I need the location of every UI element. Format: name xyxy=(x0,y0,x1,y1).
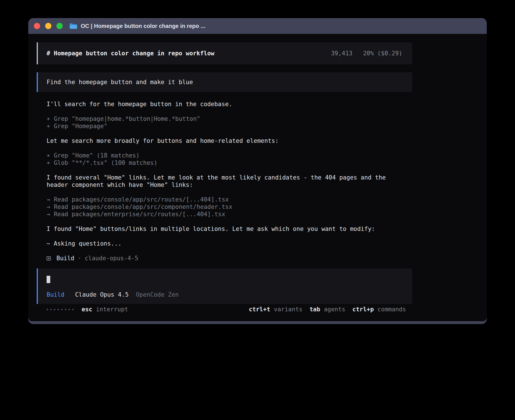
tool-call-grep: ∗Grep "Homepage" xyxy=(47,123,402,130)
input-status-row: Build Claude Opus 4.5 OpenCode Zen xyxy=(47,291,402,298)
assistant-paragraph: I found several "Home" links. Let me loo… xyxy=(47,174,402,189)
agent-attribution: Build · claude-opus-4-5 xyxy=(47,255,402,262)
session-title: # Homepage button color change in repo w… xyxy=(47,50,214,57)
assistant-paragraph: I'll search for the homepage button in t… xyxy=(47,100,402,108)
active-agent-label: Build xyxy=(47,291,64,298)
traffic-lights xyxy=(34,23,63,29)
tool-asterisk-icon: ∗ xyxy=(47,123,50,130)
arrow-right-icon: → xyxy=(47,211,50,218)
user-message-text: Find the homepage button and make it blu… xyxy=(47,79,193,86)
context-usage: 20% ($0.29) xyxy=(363,50,402,57)
prompt-input[interactable]: Build Claude Opus 4.5 OpenCode Zen xyxy=(37,268,412,304)
folder-icon xyxy=(69,23,77,29)
agent-model: claude-opus-4-5 xyxy=(85,255,138,262)
assistant-response: I'll search for the homepage button in t… xyxy=(37,100,412,262)
tool-call-group: ∗Grep "homepage|home.*button|Home.*butto… xyxy=(47,115,402,130)
terminal-window: OC | Homepage button color change in rep… xyxy=(28,18,487,324)
window-title: OC | Homepage button color change in rep… xyxy=(81,23,205,29)
tool-call-group: ∗Grep "Home" (18 matches) ∗Glob "**/*.ts… xyxy=(47,152,402,167)
text-cursor[interactable] xyxy=(47,276,50,283)
minimize-button[interactable] xyxy=(45,23,51,29)
tool-call-read: →Read packages/console/app/src/routes/[.… xyxy=(47,196,402,203)
tool-call-read: →Read packages/console/app/src/component… xyxy=(47,203,402,211)
arrow-right-icon: → xyxy=(47,196,50,203)
provider-label: OpenCode Zen xyxy=(136,291,179,298)
shortcut-variants: ctrl+tvariants xyxy=(249,306,302,313)
titlebar: OC | Homepage button color change in rep… xyxy=(28,18,487,34)
tool-asterisk-icon: ∗ xyxy=(47,159,50,166)
active-model-label: Claude Opus 4.5 xyxy=(75,291,129,298)
tool-call-grep: ∗Grep "Home" (18 matches) xyxy=(47,152,402,159)
token-count: 39,413 xyxy=(331,50,352,57)
user-message: Find the homepage button and make it blu… xyxy=(37,72,412,92)
assistant-paragraph: I found "Home" buttons/links in multiple… xyxy=(47,225,402,233)
arrow-right-icon: → xyxy=(47,204,50,210)
tool-call-group: →Read packages/console/app/src/routes/[.… xyxy=(47,196,402,218)
zoom-button[interactable] xyxy=(56,23,63,29)
tool-asterisk-icon: ∗ xyxy=(47,115,50,122)
session-stats: 39,413 20% ($0.29) xyxy=(331,50,402,57)
close-button[interactable] xyxy=(34,23,40,29)
shortcut-agents: tabagents xyxy=(309,306,345,313)
tool-call-read: →Read packages/enterprise/src/routes/[..… xyxy=(47,211,402,218)
shortcut-commands: ctrl+pcommands xyxy=(352,306,406,313)
session-header: # Homepage button color change in repo w… xyxy=(37,42,412,64)
assistant-paragraph: Let me search more broadly for buttons a… xyxy=(47,137,402,145)
terminal-body: # Homepage button color change in repo w… xyxy=(28,34,487,321)
status-bar: escinterrupt ctrl+tvariants tabagents ct… xyxy=(37,306,412,313)
agent-name: Build xyxy=(56,255,74,262)
tool-call-grep: ∗Grep "homepage|home.*button|Home.*butto… xyxy=(47,115,402,123)
shortcut-interrupt: escinterrupt xyxy=(82,306,128,313)
agent-square-dot-icon xyxy=(47,256,51,261)
tool-asterisk-icon: ∗ xyxy=(47,152,50,159)
status-line: ~ Asking questions... xyxy=(47,240,402,247)
tool-call-glob: ∗Glob "**/*.tsx" (100 matches) xyxy=(47,159,402,167)
spinner-dots-icon xyxy=(47,309,74,310)
dot-separator: · xyxy=(78,255,81,262)
